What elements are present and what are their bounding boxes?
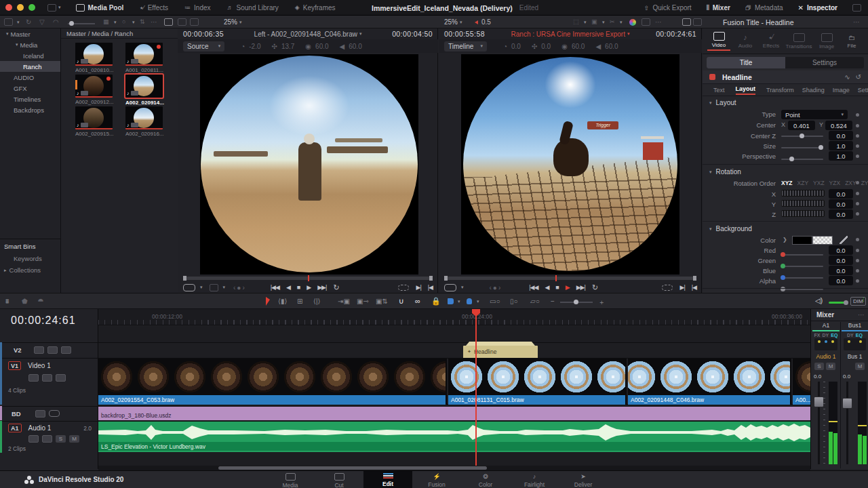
color-keyframe-icon[interactable] — [856, 238, 859, 241]
track-enable-icon[interactable] — [61, 346, 71, 354]
rotation-z-keyframe-icon[interactable] — [856, 212, 859, 216]
bin-list-toggle-icon[interactable] — [4, 18, 13, 26]
workspace-layout-icon[interactable] — [852, 4, 861, 12]
match-frame-back-icon[interactable]: |◀ — [428, 284, 433, 291]
inspector-tab-video[interactable]: Video — [705, 32, 732, 51]
timeline-playhead[interactable] — [475, 309, 477, 466]
play-button[interactable]: ▶ — [307, 284, 311, 291]
title-nav-settings[interactable]: Settings — [858, 87, 868, 94]
page-fusion[interactable]: ⚡ Fusion — [412, 472, 461, 488]
smart-bin-keywords[interactable]: Keywords — [14, 255, 42, 262]
index-toggle-button[interactable]: ≔ Index — [184, 4, 210, 12]
flag-chevron-icon[interactable]: ▾ — [458, 299, 460, 304]
bin-master[interactable]: ▾Master — [0, 28, 60, 39]
cloud-icon[interactable]: ◠ — [53, 18, 59, 26]
green-input[interactable]: 0.0 — [829, 256, 853, 265]
inspector-tab-transitions[interactable]: Transitions — [784, 33, 814, 49]
rotation-x-dial[interactable] — [781, 190, 825, 197]
timeline-timecode[interactable]: 00:00:24:61 — [11, 314, 76, 327]
track-v2-label[interactable]: V2 — [14, 346, 22, 354]
red-input[interactable]: 0.0 — [829, 245, 853, 255]
title-nav-shading[interactable]: Shading — [802, 87, 825, 94]
rotation-x-keyframe-icon[interactable] — [856, 192, 859, 195]
page-fairlight[interactable]: ♪ Fairlight — [510, 472, 559, 488]
fader-track[interactable] — [846, 382, 848, 464]
backdrop-track-icon[interactable] — [49, 410, 60, 417]
fov-control-icon[interactable]: ◉ — [561, 43, 568, 50]
inspector-tab-audio[interactable]: ♪ Audio — [732, 33, 758, 49]
minimize-window-icon[interactable] — [17, 4, 24, 11]
immersive-preview-chevron-icon[interactable]: ▾ — [461, 285, 464, 290]
fader-level[interactable]: 0.0 — [814, 373, 821, 380]
tilt-control-icon[interactable]: ◔ — [241, 43, 245, 50]
master-volume-slider[interactable] — [829, 302, 848, 304]
strip-name[interactable]: Bus 1 — [842, 353, 868, 360]
center-y-input[interactable]: 0.524 — [825, 121, 852, 130]
shield-icon[interactable]: ▽ — [39, 18, 45, 26]
grid-view-icon[interactable]: ▦ — [103, 18, 109, 25]
sound-library-toggle-button[interactable]: ♬ Sound Library — [227, 4, 279, 12]
strip-id[interactable]: Bus1 — [842, 322, 868, 331]
zoom-full-extent-icon[interactable]: ▭○ — [490, 298, 500, 305]
match-frame-back-icon[interactable]: |◀ — [692, 284, 696, 291]
track-lock-icon[interactable] — [34, 346, 44, 354]
perspective-keyframe-icon[interactable] — [856, 155, 859, 158]
selection-mode-icon[interactable] — [266, 297, 270, 306]
smart-bins-header[interactable]: Smart Bins — [4, 243, 35, 250]
inspector-tab-image[interactable]: Image — [814, 33, 840, 49]
center-z-keyframe-icon[interactable] — [856, 134, 859, 138]
center-z-input[interactable]: 0.0 — [829, 131, 853, 140]
blade-edit-mode-icon[interactable]: ⟨|⟩ — [313, 298, 320, 305]
page-color[interactable]: ❂ Color — [461, 472, 510, 488]
clip-v1-1[interactable]: A002_02091554_C053.braw — [98, 359, 447, 405]
red-keyframe-icon[interactable] — [856, 249, 859, 252]
size-slider[interactable] — [781, 147, 823, 148]
timeline-scrub-bar[interactable] — [444, 277, 696, 280]
clip-v1-3[interactable]: A002_02091448_C046.braw — [628, 359, 791, 405]
type-dropdown[interactable]: Point▾ — [781, 110, 848, 119]
inspector-tab-file[interactable]: 🗀 File — [840, 34, 864, 49]
auto-select-icon[interactable] — [47, 346, 58, 354]
track-lock-icon[interactable] — [35, 410, 45, 418]
pan-control-icon[interactable]: ✣ — [271, 43, 277, 50]
page-deliver[interactable]: ➤ Deliver — [559, 472, 608, 488]
clip-transport-icon[interactable] — [210, 284, 218, 291]
breadcrumb[interactable]: Master / Media / Ranch — [61, 28, 178, 39]
position-lock-icon[interactable]: 🔒 — [431, 297, 441, 306]
go-to-last-frame-button[interactable]: ▶▶| — [576, 284, 585, 291]
eq-badge[interactable]: EQ — [831, 333, 837, 338]
dynamics-badge[interactable]: DY — [823, 333, 829, 338]
page-media[interactable]: Media — [266, 472, 315, 488]
timeline-tracks-area[interactable]: ✦ Headline A002_02091554_C053.braw A001_… — [98, 325, 810, 469]
media-clip[interactable]: ♪ A001_020810... — [75, 43, 114, 73]
title-nav-image[interactable]: Image — [833, 87, 850, 94]
panel-tab-settings[interactable]: Settings — [785, 57, 864, 68]
rotation-x-input[interactable]: 0.0 — [829, 189, 853, 199]
color-expand-chevron-icon[interactable]: ❯ — [783, 237, 787, 243]
timeline-scrollbar[interactable] — [98, 466, 810, 470]
replace-clip-icon[interactable]: ▣⇅ — [376, 298, 388, 305]
curve-editor-icon[interactable]: ∿ — [844, 73, 850, 81]
mute-button[interactable]: M — [826, 363, 835, 370]
maximize-window-icon[interactable] — [28, 4, 35, 11]
clip-transport-chevron-icon[interactable]: ▾ — [223, 285, 226, 290]
rotation-order-selector[interactable]: XYZ XZY YXZ YZX ZXY ZYX — [781, 180, 868, 186]
timeline-select[interactable]: Ranch : URSA Cine Immersive Export▾ — [511, 30, 630, 38]
clip-audio[interactable]: LS_Epic Elevation - Victor Lundberg.wav — [98, 421, 810, 452]
mixer-more-icon[interactable]: ⋯ — [858, 311, 865, 319]
filmstrip-view-icon[interactable] — [178, 18, 186, 26]
match-frame-forward-icon[interactable]: ▶| — [679, 284, 684, 291]
track-enable-icon[interactable] — [42, 435, 52, 443]
loop-region-icon[interactable] — [662, 285, 673, 291]
clip-v1-4[interactable]: A00... — [793, 359, 810, 405]
step-back-button[interactable]: ◀ — [545, 284, 549, 291]
keyframes-toggle-button[interactable]: ◈ Keyframes — [295, 4, 336, 12]
media-clip[interactable]: ♪ A001_020811... — [125, 43, 163, 73]
source-video-frame[interactable] — [200, 54, 418, 274]
auto-select-icon[interactable] — [42, 374, 52, 382]
close-window-icon[interactable] — [5, 4, 12, 11]
page-cut[interactable]: Cut — [315, 472, 363, 488]
timeline-video-frame[interactable]: Trigger — [461, 54, 679, 274]
sync-bins-icon[interactable]: ↻ — [26, 18, 31, 26]
fader-level[interactable]: 0.0 — [843, 373, 850, 380]
